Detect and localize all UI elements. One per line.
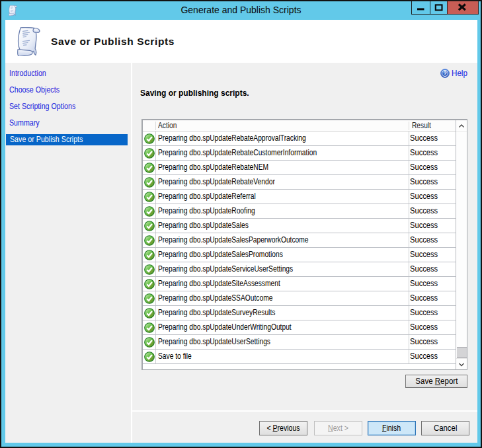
svg-text:?: ? [443, 70, 446, 77]
